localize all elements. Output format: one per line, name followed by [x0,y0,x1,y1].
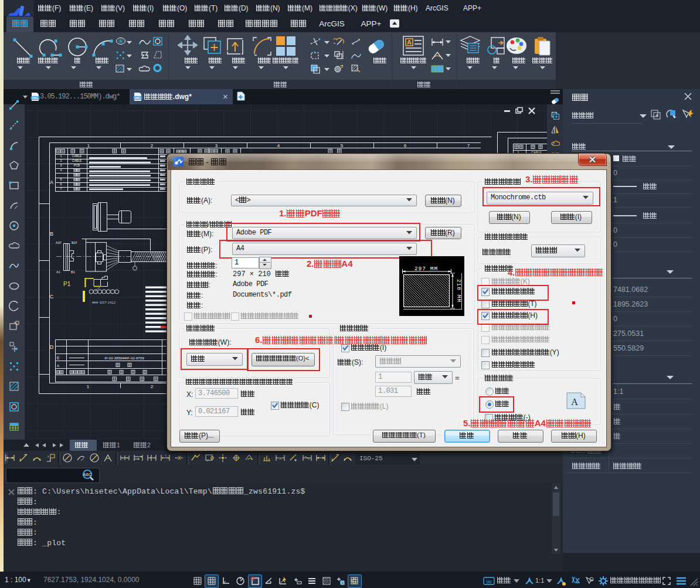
svg-text:I: I [165,454,166,457]
svg-text:B: B [50,231,53,237]
svg-text:7: 7 [60,187,62,191]
svg-text:4: 4 [277,143,280,148]
svg-text:A: A [279,457,281,460]
svg-text:297 MM: 297 MM [414,266,438,272]
svg-text:1: 1 [87,384,90,389]
svg-text:y: y [47,454,49,458]
svg-text:A1: A1 [56,270,60,274]
svg-text:###: EST-1412: ###: EST-1412 [92,301,116,304]
svg-text:A: A [407,39,412,46]
svg-text:2: 2 [151,384,154,389]
svg-text:C: C [50,294,54,300]
svg-text:A: A [57,364,59,368]
svg-text:6: 6 [404,143,407,148]
svg-text:2: 2 [60,159,62,162]
svg-text:D: D [50,344,54,350]
svg-text:PCB: PCB [74,164,80,167]
svg-text:CABLE: CABLE [72,154,82,158]
svg-text:B1: B1 [71,270,75,274]
svg-text:A: A [571,397,578,407]
svg-text:DWG: DWG [32,97,39,100]
svg-text:A: A [50,179,53,185]
svg-text:00: 00 [487,579,492,584]
svg-text:CABLE: CABLE [72,159,82,162]
svg-text:1: 1 [60,154,62,158]
svg-text:DWG: DWG [134,97,141,100]
svg-text:5: 5 [60,178,62,181]
svg-text:3: 3 [215,143,218,148]
svg-text:ABC: ABC [83,473,91,477]
svg-text:IF-02-3850##IF-02-8709: IF-02-3850##IF-02-8709 [104,356,144,360]
svg-text:6: 6 [60,182,62,186]
svg-text:1: 1 [87,143,90,148]
svg-text:A37: A37 [56,241,62,244]
svg-text:7: 7 [467,143,470,148]
svg-text:B37: B37 [72,241,77,244]
svg-text:P1: P1 [63,281,71,287]
svg-text:4: 4 [60,168,62,172]
svg-text:E: E [57,356,60,360]
svg-text:210 MM: 210 MM [456,279,462,303]
svg-text:3: 3 [60,164,62,167]
svg-text:5: 5 [341,143,344,148]
svg-text:2: 2 [151,143,154,148]
